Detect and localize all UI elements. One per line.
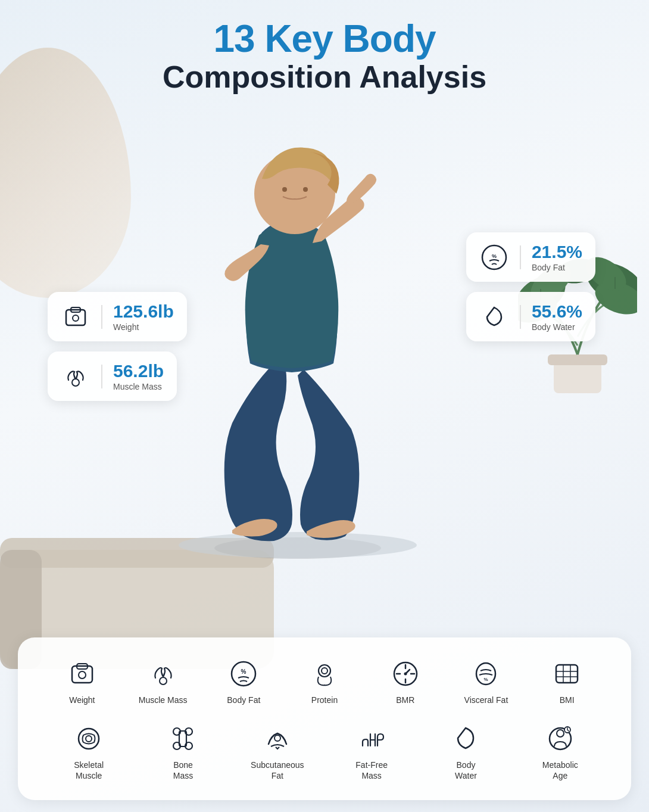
metric-bone-mass: BoneMass	[136, 724, 230, 781]
stat-card-body-water: 55.6% Body Water	[466, 292, 595, 341]
svg-text:%: %	[241, 668, 247, 675]
card-divider	[520, 305, 521, 329]
svg-point-32	[322, 668, 327, 674]
metric-protein-icon	[310, 659, 339, 689]
metric-fat-free-mass: Fat-FreeMass	[324, 724, 419, 781]
title-area: 13 Key Body Composition Analysis	[0, 18, 649, 95]
muscle-mass-icon	[61, 362, 91, 391]
metrics-row-1: Weight Muscle Mass	[42, 659, 607, 705]
metric-subcutaneous-fat-icon	[263, 724, 292, 754]
body-fat-label: Body Fat	[532, 263, 582, 272]
metric-metabolic-age-icon	[545, 724, 575, 754]
weight-value: 125.6lb	[113, 301, 174, 321]
card-divider	[520, 245, 521, 269]
metric-bmi-label: BMI	[560, 695, 575, 705]
metric-visceral-fat-label: Visceral Fat	[464, 695, 508, 705]
metric-subcutaneous-fat: SubcutaneousFat	[230, 724, 324, 781]
svg-text:%: %	[484, 677, 488, 683]
svg-point-49	[274, 735, 280, 741]
body-water-label: Body Water	[532, 322, 582, 332]
svg-rect-1	[548, 354, 607, 365]
svg-point-42	[79, 729, 99, 749]
metric-metabolic-age: MetabolicAge	[513, 724, 607, 781]
svg-point-18	[303, 187, 308, 192]
metric-body-fat-icon: %	[229, 659, 258, 689]
metrics-row-2: SkeletalMuscle BoneMass	[42, 724, 607, 781]
stat-card-weight: 125.6lb Weight	[48, 292, 187, 341]
svg-point-17	[282, 187, 287, 192]
card-divider	[101, 365, 102, 388]
metric-body-water-label: BodyWater	[455, 760, 477, 781]
stat-card-body-fat: % 21.5% Body Fat	[466, 232, 595, 282]
metric-protein-label: Protein	[311, 695, 338, 705]
body-water-icon	[479, 302, 509, 332]
metric-skeletal-muscle-label: SkeletalMuscle	[74, 760, 104, 781]
metric-fat-free-mass-label: Fat-FreeMass	[355, 760, 388, 781]
metric-bmr: BMR	[365, 659, 446, 705]
svg-point-43	[86, 736, 92, 742]
metric-metabolic-age-label: MetabolicAge	[542, 760, 578, 781]
body-fat-info: 21.5% Body Fat	[532, 242, 582, 272]
metric-body-fat-label: Body Fat	[227, 695, 260, 705]
metric-subcutaneous-fat-label: SubcutaneousFat	[251, 760, 304, 781]
svg-point-27	[79, 671, 86, 679]
body-fat-value: 21.5%	[532, 242, 582, 262]
metrics-panel: Weight Muscle Mass	[18, 637, 631, 800]
metric-body-fat: % Body Fat	[203, 659, 284, 705]
svg-point-51	[557, 730, 564, 737]
muscle-mass-value: 56.2lb	[113, 361, 164, 381]
svg-point-31	[319, 665, 330, 677]
svg-point-15	[179, 532, 417, 558]
muscle-mass-label: Muscle Mass	[113, 382, 164, 391]
metric-skeletal-muscle-icon	[74, 724, 104, 754]
metric-bone-mass-label: BoneMass	[173, 760, 193, 781]
metric-fat-free-mass-icon	[357, 724, 386, 754]
metric-body-water-icon	[451, 724, 480, 754]
metric-protein: Protein	[284, 659, 365, 705]
metric-bmr-icon	[391, 659, 420, 689]
card-divider	[101, 305, 102, 329]
title-line2: Composition Analysis	[0, 60, 649, 95]
metric-body-water: BodyWater	[419, 724, 513, 781]
metric-bmi-icon	[552, 659, 582, 689]
stat-card-muscle-mass: 56.2lb Muscle Mass	[48, 351, 177, 401]
svg-text:%: %	[492, 253, 497, 259]
page-container: 13 Key Body Composition Analysis % 21.5%…	[0, 0, 649, 812]
metric-muscle-mass: Muscle Mass	[123, 659, 204, 705]
svg-point-34	[404, 673, 407, 676]
title-line1: 13 Key Body	[0, 18, 649, 60]
metric-bone-mass-icon	[168, 724, 198, 754]
weight-info: 125.6lb Weight	[113, 301, 174, 332]
metric-weight: Weight	[42, 659, 123, 705]
metric-weight-icon	[67, 659, 97, 689]
muscle-mass-info: 56.2lb Muscle Mass	[113, 361, 164, 391]
body-water-info: 55.6% Body Water	[532, 301, 582, 332]
metric-visceral-fat-icon: %	[471, 659, 501, 689]
metric-weight-label: Weight	[69, 695, 95, 705]
svg-rect-37	[556, 665, 578, 683]
weight-icon	[61, 302, 91, 332]
svg-point-28	[160, 677, 167, 685]
svg-point-24	[72, 379, 79, 386]
body-fat-icon: %	[479, 242, 509, 272]
metric-muscle-mass-icon	[148, 659, 178, 689]
metric-bmi: BMI	[526, 659, 607, 705]
svg-point-23	[73, 315, 79, 321]
metric-visceral-fat: % Visceral Fat	[446, 659, 527, 705]
metric-skeletal-muscle: SkeletalMuscle	[42, 724, 136, 781]
metric-muscle-mass-label: Muscle Mass	[139, 695, 188, 705]
body-water-value: 55.6%	[532, 301, 582, 321]
metric-bmr-label: BMR	[396, 695, 414, 705]
weight-label: Weight	[113, 322, 174, 332]
